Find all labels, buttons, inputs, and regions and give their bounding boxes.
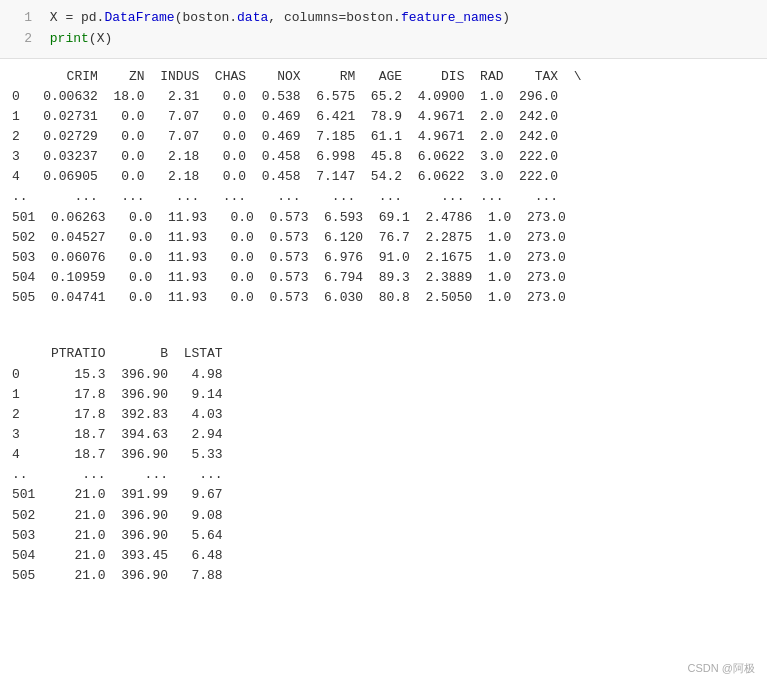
watermark: CSDN @阿极 <box>688 661 755 676</box>
code-text-1: X = pd.DataFrame(boston.data, columns=bo… <box>50 10 510 25</box>
line-num-1: 1 <box>12 8 32 29</box>
code-text-2: print(X) <box>50 31 112 46</box>
code-block: 1 X = pd.DataFrame(boston.data, columns=… <box>0 0 767 59</box>
output-part1: CRIM ZN INDUS CHAS NOX RM AGE DIS RAD TA… <box>0 59 767 317</box>
code-line-1: 1 X = pd.DataFrame(boston.data, columns=… <box>12 8 755 29</box>
output-part2: PTRATIO B LSTAT 0 15.3 396.90 4.98 1 17.… <box>0 316 767 594</box>
code-line-2: 2 print(X) <box>12 29 755 50</box>
line-num-2: 2 <box>12 29 32 50</box>
